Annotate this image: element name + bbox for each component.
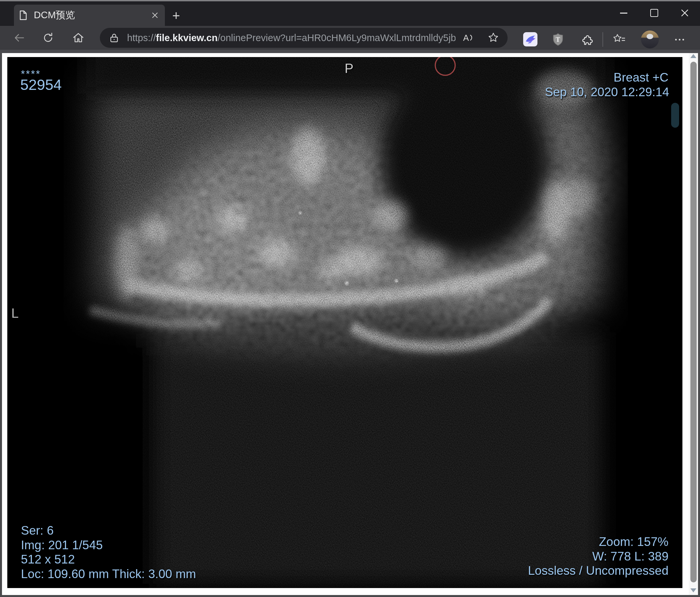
url-text[interactable]: https://file.kkview.cn/onlinePreview?url… [127, 32, 455, 44]
mri-image [7, 57, 682, 588]
avatar-face [647, 34, 653, 39]
collections-icon[interactable] [612, 32, 626, 47]
series-number: Ser: 6 [21, 523, 196, 538]
reload-button[interactable] [41, 30, 55, 45]
image-number: Img: 201 1/545 [21, 538, 196, 552]
slice-location: Loc: 109.60 mm Thick: 3.00 mm [21, 567, 196, 581]
back-button[interactable] [12, 30, 27, 45]
orientation-marker-posterior: P [339, 61, 359, 76]
document-icon [19, 10, 27, 20]
tab-close-icon[interactable] [150, 10, 160, 21]
display-info-block: Zoom: 157% W: 778 L: 389 Lossless / Unco… [528, 535, 669, 578]
series-scroll-thumb[interactable] [671, 103, 679, 128]
settings-menu-icon[interactable] [672, 32, 688, 47]
maximize-button[interactable] [639, 1, 670, 25]
study-description: Breast +C [614, 70, 669, 85]
orientation-marker-left: L [11, 306, 19, 321]
svg-text:T: T [556, 36, 560, 43]
url-host: file.kkview.cn [156, 32, 218, 43]
profile-avatar[interactable] [641, 30, 659, 48]
download-extension-icon[interactable] [523, 32, 538, 47]
extensions-puzzle-icon[interactable] [581, 32, 595, 47]
compression-info: Lossless / Uncompressed [528, 564, 669, 578]
toolbar-divider [602, 32, 603, 47]
window-level: W: 778 L: 389 [528, 549, 669, 564]
browser-tab[interactable]: DCM预览 [14, 5, 165, 26]
home-button[interactable] [71, 30, 85, 45]
address-bar[interactable]: https://file.kkview.cn/onlinePreview?url… [100, 28, 507, 48]
minimize-button[interactable] [608, 1, 639, 25]
url-scheme: https:// [127, 32, 156, 43]
zoom-level: Zoom: 157% [528, 535, 669, 549]
dicom-viewport[interactable]: **** 52954 Breast +C Sep 10, 2020 12:29:… [7, 57, 682, 588]
image-info-block: Ser: 6 Img: 201 1/545 512 x 512 Loc: 109… [21, 523, 196, 581]
read-aloud-icon[interactable]: A [460, 30, 476, 45]
lock-icon[interactable] [110, 33, 119, 43]
close-button[interactable] [670, 1, 700, 25]
tab-title: DCM预览 [34, 9, 75, 22]
window-controls [608, 1, 700, 25]
page-scrollbar-thumb[interactable] [691, 62, 697, 582]
patient-id: 52954 [20, 78, 62, 92]
url-path: /onlinePreview?url=aHR0cHM6Ly9maWxlLmtrd… [218, 32, 455, 43]
favorite-star-icon[interactable] [486, 30, 501, 45]
image-matrix: 512 x 512 [21, 552, 196, 567]
new-tab-button[interactable]: + [170, 9, 182, 22]
svg-text:A: A [463, 33, 469, 43]
scrollbar-down-arrow-icon[interactable] [691, 588, 696, 592]
study-datetime: Sep 10, 2020 12:29:14 [545, 85, 669, 100]
toolbar-bottom-strip [0, 50, 700, 53]
scrollbar-up-arrow-icon[interactable] [691, 54, 696, 58]
shield-extension-icon[interactable]: T [551, 32, 565, 47]
